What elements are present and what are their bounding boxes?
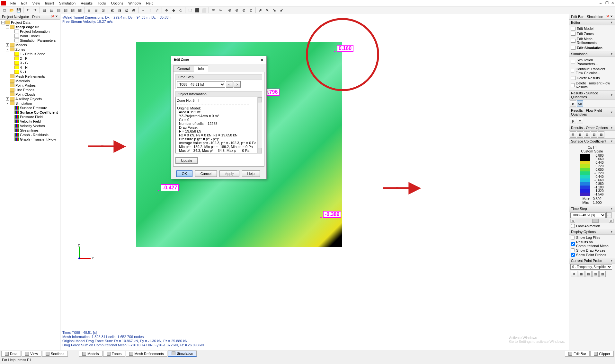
- timestep-settings-button[interactable]: ⋯: [606, 212, 611, 218]
- tree-item[interactable]: Graph - Transient Flow: [0, 137, 60, 142]
- tree-item[interactable]: 5 - I: [0, 70, 60, 74]
- toolbar-icon[interactable]: ⊟: [93, 7, 99, 13]
- menu-edit[interactable]: Edit: [19, 1, 30, 6]
- toolbar-icon[interactable]: ⊕: [227, 7, 233, 13]
- toolbar-icon[interactable]: ⬚: [187, 7, 193, 13]
- toolbar-icon[interactable]: ⬈: [257, 7, 263, 13]
- toolbar-icon[interactable]: ⬉: [264, 7, 271, 13]
- ok-button[interactable]: OK: [176, 170, 192, 177]
- dialog-close-button[interactable]: ✕: [260, 57, 264, 63]
- flow-v-button[interactable]: v: [577, 118, 583, 124]
- scrollbar[interactable]: [257, 97, 262, 153]
- toolbar-open-icon[interactable]: 📂: [8, 7, 15, 13]
- maximize-button[interactable]: ❐: [603, 0, 608, 6]
- tree-item[interactable]: 4 - H: [0, 65, 60, 70]
- toolbar-new-icon[interactable]: □: [1, 7, 8, 13]
- timestep-select[interactable]: T088 - 48.51 [s]: [570, 212, 606, 218]
- other-opt-button[interactable]: ▥: [591, 131, 597, 138]
- tab-mesh-refinements[interactable]: Mesh Refinements: [126, 351, 167, 357]
- probe-delete-button[interactable]: ✕: [571, 271, 577, 277]
- tree-item[interactable]: Surface Pressure: [0, 106, 60, 110]
- flow-animation-checkbox[interactable]: [571, 224, 575, 228]
- tree-item[interactable]: Wind Tunnel: [0, 34, 60, 38]
- tree-item[interactable]: +Project Data: [0, 20, 60, 25]
- tab-zones[interactable]: Zones: [103, 351, 125, 357]
- toolbar-icon[interactable]: ▤: [48, 7, 55, 13]
- close-panel-icon[interactable]: ✕: [610, 15, 613, 18]
- probe-button[interactable]: ▤: [585, 271, 592, 277]
- editor-link[interactable]: Edit Mesh Refinements: [570, 36, 614, 45]
- timestep-scrollbar[interactable]: < >: [570, 219, 614, 223]
- project-tree[interactable]: +Project Data-sharp edge 02Project Infor…: [0, 20, 60, 350]
- tree-item[interactable]: Materials: [0, 79, 60, 83]
- tree-item[interactable]: Mesh Refinements: [0, 74, 60, 79]
- toolbar-icon[interactable]: ⊠: [100, 7, 106, 13]
- probe-select[interactable]: 0 - Temporary, Simplified Model: [570, 264, 612, 270]
- tab-info[interactable]: Info: [194, 65, 208, 72]
- toolbar-icon[interactable]: ◓: [130, 7, 137, 13]
- menu-options[interactable]: Options: [109, 1, 126, 6]
- other-opt-button[interactable]: ▦: [577, 131, 583, 138]
- tree-item[interactable]: Streamlines: [0, 128, 60, 133]
- expand-toggle[interactable]: -: [6, 48, 9, 51]
- toolbar-icon[interactable]: ↔: [140, 7, 146, 13]
- expand-toggle[interactable]: -: [6, 25, 9, 29]
- toolbar-icon[interactable]: ⊘: [248, 7, 254, 13]
- time-step-next-button[interactable]: >: [234, 81, 241, 88]
- toolbar-icon[interactable]: ⊗: [241, 7, 247, 13]
- menu-simulation[interactable]: Simulation: [57, 1, 78, 6]
- menu-help[interactable]: Help: [144, 1, 156, 6]
- toolbar-icon[interactable]: ▦: [41, 7, 48, 13]
- pin-icon[interactable]: 📌: [51, 15, 54, 18]
- toolbar-icon[interactable]: ∿: [217, 7, 224, 13]
- menu-file[interactable]: File: [8, 1, 19, 6]
- toolbar-icon[interactable]: ◒: [123, 7, 130, 13]
- tree-item[interactable]: Velocity Field: [0, 119, 60, 124]
- tree-item[interactable]: -Simulation: [0, 101, 60, 106]
- close-panel-icon[interactable]: ✕: [55, 15, 58, 18]
- tab-simulation[interactable]: Simulation: [168, 351, 197, 357]
- probe-button[interactable]: ▧: [599, 271, 606, 277]
- tree-item[interactable]: Pressure Field: [0, 115, 60, 119]
- simulation-link[interactable]: Simulation Parameters...: [570, 57, 614, 66]
- toolbar-icon[interactable]: ⬛: [194, 7, 200, 13]
- tree-item[interactable]: 3 - G: [0, 61, 60, 65]
- toolbar-undo-icon[interactable]: ↶: [25, 7, 31, 13]
- tab-edit-bar[interactable]: Edit Bar: [565, 351, 590, 357]
- other-opt-button[interactable]: ⊞: [570, 131, 576, 138]
- toolbar-save-icon[interactable]: 💾: [15, 7, 22, 13]
- editor-link[interactable]: Edit Simulation: [570, 45, 614, 50]
- update-button[interactable]: Update: [175, 157, 198, 164]
- menu-window[interactable]: Window: [126, 1, 144, 6]
- tab-data[interactable]: Data: [1, 351, 21, 357]
- toolbar-icon[interactable]: ⊖: [234, 7, 240, 13]
- toolbar-icon[interactable]: ❖: [163, 7, 170, 13]
- toolbar-icon[interactable]: ⊞: [86, 7, 92, 13]
- toolbar-icon[interactable]: ⬋: [278, 7, 285, 13]
- toolbar-icon[interactable]: ◆: [170, 7, 177, 13]
- toolbar-icon[interactable]: ◇: [177, 7, 184, 13]
- expand-toggle[interactable]: +: [6, 43, 9, 47]
- tree-item[interactable]: Project Information: [0, 29, 60, 34]
- tree-item[interactable]: Velocity Vectors: [0, 124, 60, 128]
- apply-button[interactable]: Apply: [219, 170, 239, 177]
- tab-sections[interactable]: Sections: [42, 351, 68, 357]
- tab-models[interactable]: Models: [79, 351, 102, 357]
- tree-item[interactable]: 1 - Default Zone: [0, 52, 60, 56]
- help-button[interactable]: Help: [242, 170, 260, 177]
- toolbar-icon[interactable]: ◑: [116, 7, 123, 13]
- display-option-checkbox[interactable]: [571, 248, 575, 252]
- viewport[interactable]: vWind Tunnel Dimensions: Dx = 229.4 m, D…: [60, 14, 569, 350]
- display-option-checkbox[interactable]: [571, 242, 575, 246]
- toolbar-icon[interactable]: ▨: [69, 7, 76, 13]
- tab-general[interactable]: General: [173, 65, 194, 72]
- simulation-link[interactable]: Continue Transient Flow Calculat...: [570, 66, 614, 75]
- toolbar-icon[interactable]: ⬊: [271, 7, 278, 13]
- tree-item[interactable]: 2 - F: [0, 56, 60, 61]
- expand-toggle[interactable]: -: [6, 102, 9, 105]
- close-button[interactable]: ✕: [609, 0, 614, 6]
- menu-view[interactable]: View: [30, 1, 43, 6]
- tab-view[interactable]: View: [22, 351, 41, 357]
- simulation-link[interactable]: Delete Results: [570, 75, 614, 81]
- tree-item[interactable]: Surface Cp Coefficient: [0, 110, 60, 115]
